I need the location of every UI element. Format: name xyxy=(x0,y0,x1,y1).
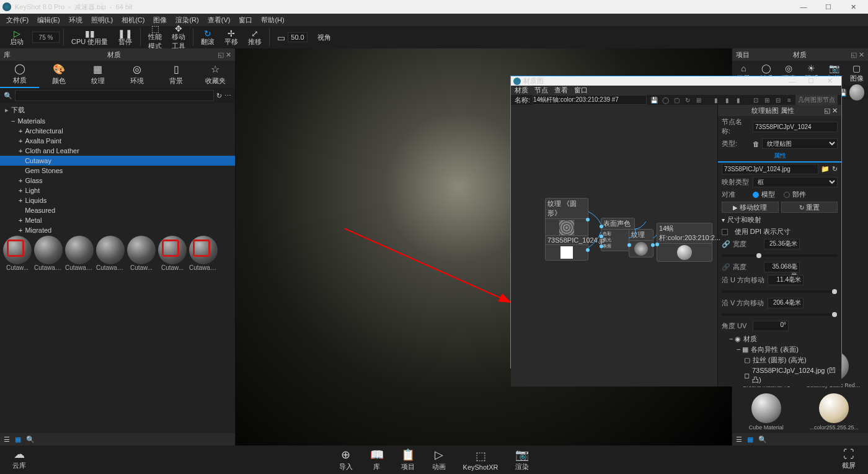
tool-icon[interactable]: ≡ xyxy=(784,95,794,105)
menu-view[interactable]: 查看(V) xyxy=(204,14,234,26)
menu-window[interactable]: 窗口 xyxy=(574,86,588,95)
width-slider[interactable] xyxy=(722,254,838,257)
start-button[interactable]: ▷启动 xyxy=(4,27,30,47)
pan-button[interactable]: ✢平移 xyxy=(221,27,242,47)
radio-model[interactable] xyxy=(753,192,759,198)
menu-file[interactable]: 文件(F) xyxy=(2,14,32,26)
close-icon[interactable]: ✕ xyxy=(832,107,838,115)
minimize-button[interactable]: — xyxy=(783,78,802,85)
move-button[interactable]: ✥移动 工具 xyxy=(168,27,189,47)
thumb[interactable]: Cutaway... xyxy=(64,236,94,271)
menu-edit[interactable]: 编辑(E) xyxy=(33,14,64,26)
tool-icon[interactable]: ▢ xyxy=(671,95,681,105)
maximize-button[interactable]: ☐ xyxy=(802,77,820,85)
tree-item[interactable]: Gem Stones xyxy=(0,166,235,176)
save-icon[interactable]: 💾 xyxy=(649,95,659,105)
tab-color[interactable]: 🎨颜色 xyxy=(39,61,78,88)
menu-env[interactable]: 环境 xyxy=(65,14,86,26)
tree-mat[interactable]: − ◉ 材质 xyxy=(720,334,839,344)
ang-val[interactable]: 0° xyxy=(753,321,789,331)
tree-item[interactable]: + Cloth and Leather xyxy=(0,146,235,156)
tab-material[interactable]: ◯材质 xyxy=(0,61,39,88)
anim-button[interactable]: ▷动画 xyxy=(425,447,453,473)
list-icon[interactable]: ☰ xyxy=(736,436,742,444)
perf-button[interactable]: ⬚性能 模式 xyxy=(144,27,166,47)
movetex-button[interactable]: ▶ 移动纹理 xyxy=(722,202,779,213)
tree-item[interactable]: + Light xyxy=(0,186,235,195)
mat-item[interactable]: Cube Material xyxy=(738,393,794,431)
width-val[interactable]: 25.36毫米 xyxy=(764,239,800,249)
search-icon[interactable]: 🔍 xyxy=(758,436,767,444)
tool-icon[interactable]: ⊞ xyxy=(762,95,772,105)
maptype-select[interactable]: 框 xyxy=(753,177,838,187)
tool-icon[interactable]: ⊡ xyxy=(751,95,761,105)
tree-item[interactable]: + Architectural xyxy=(0,126,235,136)
reset-button[interactable]: ↻ 重置 xyxy=(781,202,838,213)
mat-item[interactable]: ...color255.255.25... xyxy=(806,393,862,431)
tree-item[interactable]: + Glass xyxy=(0,176,235,186)
shu-val[interactable]: 11.4毫米 xyxy=(768,275,804,285)
folder-icon[interactable]: 📁 xyxy=(821,165,830,173)
refresh-icon[interactable]: ↻ xyxy=(216,92,222,100)
thumb[interactable]: Cutaway... xyxy=(188,236,218,271)
grid-icon[interactable]: ▦ xyxy=(747,436,753,444)
tool-icon[interactable]: ⊟ xyxy=(773,95,783,105)
dpi-check[interactable] xyxy=(722,229,728,235)
maximize-button[interactable]: ☐ xyxy=(816,0,841,14)
graph-node[interactable]: 73S58PIC_1024.jp xyxy=(545,235,588,261)
tree-item[interactable]: Measured xyxy=(0,205,235,215)
tree-download[interactable]: ▸ 下载 xyxy=(0,104,235,116)
tab-bg[interactable]: ▯背景 xyxy=(157,61,196,88)
search-icon[interactable]: 🔍 xyxy=(26,436,35,444)
menu-window[interactable]: 窗口 xyxy=(235,14,256,26)
refresh-icon[interactable]: ↻ xyxy=(832,165,838,173)
spin-button[interactable]: ↻翻滚 xyxy=(197,27,218,47)
cpu-button[interactable]: ▮▮CPU 使用量 xyxy=(68,27,112,47)
list-icon[interactable]: ☰ xyxy=(4,436,10,444)
trash-icon[interactable]: 🗑 xyxy=(753,140,760,148)
tree-bump[interactable]: ◻ 73S58PICJpV_1024.jpg (凹凸) xyxy=(720,365,839,385)
graph-node[interactable]: 纹理 xyxy=(629,229,653,257)
menu-light[interactable]: 照明(L) xyxy=(87,14,117,26)
screenshot-button[interactable]: ⛶截屏 xyxy=(842,448,856,470)
dock-icon[interactable]: ◱ xyxy=(218,51,224,59)
menu-mat[interactable]: 材质 xyxy=(515,86,528,95)
tree-aniso[interactable]: − ▦ 各向异性 (表面) xyxy=(720,344,839,355)
thumb[interactable]: Cutaw... xyxy=(126,236,156,271)
shv-val[interactable]: 206.4毫米 xyxy=(768,298,804,308)
tool-icon[interactable]: ◯ xyxy=(660,95,670,105)
tree-item[interactable]: + Metal xyxy=(0,215,235,225)
graph-node[interactable]: 纹理 《圆形》 xyxy=(545,198,588,237)
close-icon[interactable]: ✕ xyxy=(226,51,231,59)
link-icon[interactable]: 🔗 xyxy=(722,240,730,248)
render-button[interactable]: 📷渲染 xyxy=(508,447,536,473)
matwin-name-input[interactable] xyxy=(533,95,647,105)
xr-button[interactable]: ⬚KeyShotXR xyxy=(456,448,506,472)
tab-env[interactable]: ◎环境 xyxy=(118,61,157,88)
thumb[interactable]: Cutaw... xyxy=(157,236,187,271)
pause-button[interactable]: ❚❚暂停 xyxy=(114,27,136,47)
tab-image[interactable]: ▢图像 xyxy=(846,61,869,86)
more-icon[interactable]: ⋯ xyxy=(224,92,231,100)
matwin-titlebar[interactable]: 材质图 — ☐ ✕ xyxy=(511,76,841,86)
radio-part[interactable] xyxy=(784,192,790,198)
close-button[interactable]: ✕ xyxy=(841,0,866,14)
cloud-button[interactable]: ☁云库 xyxy=(12,447,26,470)
geo-button[interactable]: 几何图形节点 xyxy=(795,95,838,105)
tool-icon[interactable]: ▮ xyxy=(711,95,721,105)
tree-item[interactable]: + Migrated xyxy=(0,225,235,233)
fov-field[interactable]: ▭50.0 xyxy=(273,27,311,47)
dock-icon[interactable]: ◱ xyxy=(824,107,830,115)
attr-tab[interactable]: 属性 xyxy=(718,150,841,163)
thumb[interactable]: Cutaw... xyxy=(2,236,32,271)
minimize-button[interactable]: — xyxy=(791,0,816,14)
dock-icon[interactable]: ◱ xyxy=(851,51,857,59)
tree-root[interactable]: − Materials xyxy=(0,116,235,126)
thumb[interactable]: Cutaway... xyxy=(95,236,125,271)
graph-node[interactable]: 14蜗杆:color:203:210:2... xyxy=(657,223,712,262)
file-input[interactable] xyxy=(722,164,818,174)
tool-icon[interactable]: ⊞ xyxy=(694,95,704,105)
menu-camera[interactable]: 相机(C) xyxy=(118,14,148,26)
tree-brush[interactable]: ▢ 拉丝 (圆形) (高光) xyxy=(720,355,839,365)
grid-icon[interactable]: ▦ xyxy=(15,436,21,444)
